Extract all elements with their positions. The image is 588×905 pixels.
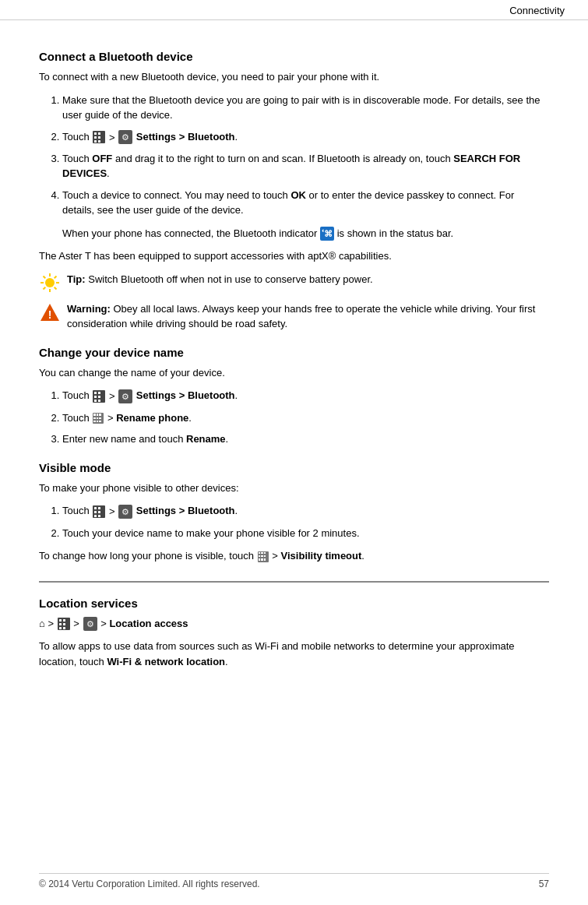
grid-icon-3 xyxy=(93,505,105,518)
page-header: Connectivity xyxy=(0,0,588,20)
location-services-title: Location services xyxy=(39,597,549,610)
tip-sun-icon xyxy=(39,272,61,294)
step-1-text: Make sure that the Bluetooth device you … xyxy=(62,94,540,121)
warning-body-text: Obey all local laws. Always keep your ha… xyxy=(67,303,535,330)
svg-line-8 xyxy=(44,287,46,290)
menu-icon-1 xyxy=(93,413,104,424)
connect-bluetooth-section: Connect a Bluetooth device To connect wi… xyxy=(39,50,549,264)
cdn-step2-bold: Rename phone xyxy=(116,412,188,424)
tip-box: Tip: Switch Bluetooth off when not in us… xyxy=(39,272,549,294)
grid-icon-2 xyxy=(93,390,105,403)
section-divider xyxy=(39,581,549,583)
cdn-step3-bold: Rename xyxy=(186,433,226,445)
change-device-name-intro: You can change the name of your device. xyxy=(39,365,549,381)
page-footer: © 2014 Vertu Corporation Limited. All ri… xyxy=(39,873,549,889)
connected-note-text2: is shown in the status bar. xyxy=(337,227,454,239)
location-breadcrumb: ⌂ > > ⚙ > Location access xyxy=(39,616,549,632)
warning-label: Warning: xyxy=(67,303,111,315)
warning-text: Warning: Obey all local laws. Always kee… xyxy=(67,301,549,332)
visibility-note-text: To change how long your phone is visible… xyxy=(39,550,254,562)
change-device-name-title: Change your device name xyxy=(39,346,549,359)
connected-note-text: When your phone has connected, the Bluet… xyxy=(62,227,320,239)
home-icon: ⌂ xyxy=(39,618,45,629)
footer-page-number: 57 xyxy=(539,879,549,889)
grid-icon-4 xyxy=(58,618,70,630)
settings-icon-1: ⚙ xyxy=(118,130,132,144)
change-device-name-steps: Touch > ⚙ Settings > Bluetooth. Touch > … xyxy=(55,388,549,446)
grid-icon-1 xyxy=(93,131,105,143)
cdn-step-2: Touch > Rename phone. xyxy=(62,410,549,426)
step-2: Touch > ⚙ Settings > Bluetooth. xyxy=(62,129,549,145)
step-1: Make sure that the Bluetooth device you … xyxy=(62,93,549,123)
location-description: To allow apps to use data from sources s… xyxy=(39,639,549,669)
connect-bluetooth-steps: Make sure that the Bluetooth device you … xyxy=(55,93,549,241)
visibility-bold: Visibility timeout xyxy=(281,550,362,562)
connect-bluetooth-title: Connect a Bluetooth device xyxy=(39,50,549,63)
svg-point-0 xyxy=(45,278,55,287)
connected-note: When your phone has connected, the Bluet… xyxy=(62,226,549,241)
tip-label: Tip: xyxy=(67,273,86,285)
step-4-text: Touch a device to connect. You may need … xyxy=(62,189,514,217)
connect-bluetooth-intro: To connect with a new Bluetooth device, … xyxy=(39,69,549,85)
settings-icon-3: ⚙ xyxy=(118,505,132,519)
step-4: Touch a device to connect. You may need … xyxy=(62,188,549,241)
tip-body-text: Switch Bluetooth off when not in use to … xyxy=(88,273,372,285)
aptx-note: The Aster T has been equipped to support… xyxy=(39,248,549,264)
vm-step-2: Touch your device name to make your phon… xyxy=(62,526,549,541)
svg-line-7 xyxy=(55,276,57,278)
svg-line-5 xyxy=(44,276,46,278)
svg-text:!: ! xyxy=(48,308,52,321)
tip-icon-svg xyxy=(39,272,61,294)
cdn-step-1: Touch > ⚙ Settings > Bluetooth. xyxy=(62,388,549,403)
menu-icon-2 xyxy=(258,551,269,562)
change-device-name-section: Change your device name You can change t… xyxy=(39,346,549,447)
visibility-note: To change how long your phone is visible… xyxy=(39,548,549,564)
footer-copyright: © 2014 Vertu Corporation Limited. All ri… xyxy=(39,879,260,889)
warning-icon-svg: ! xyxy=(40,302,60,322)
tip-text: Tip: Switch Bluetooth off when not in us… xyxy=(67,272,373,287)
warning-box: ! Warning: Obey all local laws. Always k… xyxy=(39,301,549,332)
vm-step-1: Touch > ⚙ Settings > Bluetooth. xyxy=(62,503,549,519)
page-content: Connect a Bluetooth device To connect wi… xyxy=(0,20,588,724)
svg-line-6 xyxy=(55,287,57,290)
settings-icon-2: ⚙ xyxy=(118,389,132,403)
visible-mode-steps: Touch > ⚙ Settings > Bluetooth. Touch yo… xyxy=(55,503,549,541)
bluetooth-indicator-icon: ʿ⌘ xyxy=(320,227,334,241)
step-3: Touch OFF and drag it to the right to tu… xyxy=(62,151,549,181)
location-services-section: Location services ⌂ > > ⚙ > Location acc… xyxy=(39,597,549,670)
step-2-text: Touch > ⚙ Settings > Bluetooth. xyxy=(62,131,238,143)
step-3-text: Touch OFF and drag it to the right to tu… xyxy=(62,153,520,180)
visible-mode-section: Visible mode To make your phone visible … xyxy=(39,461,549,564)
visible-mode-title: Visible mode xyxy=(39,461,549,474)
settings-icon-4: ⚙ xyxy=(83,617,97,631)
visible-mode-intro: To make your phone visible to other devi… xyxy=(39,481,549,496)
warning-icon-container: ! xyxy=(39,301,61,323)
cdn-step-3: Enter new name and touch Rename. xyxy=(62,431,549,447)
location-bold: Wi-Fi & network location xyxy=(107,656,225,667)
header-title: Connectivity xyxy=(509,5,565,16)
